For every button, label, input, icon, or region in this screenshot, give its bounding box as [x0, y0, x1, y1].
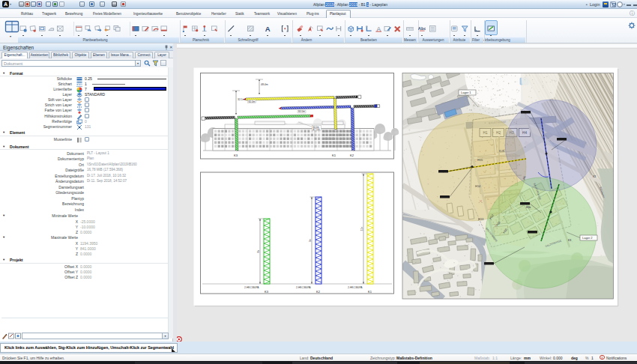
svg-text:A: A: [265, 25, 270, 33]
svg-text:K3: K3: [234, 154, 238, 157]
svg-text:H15: H15: [477, 158, 483, 162]
svg-text:H13: H13: [478, 217, 484, 221]
svg-text:60.0m: 60.0m: [249, 100, 256, 103]
svg-text:K2: K2: [593, 175, 596, 178]
svg-text:KLIN: KLIN: [499, 150, 505, 153]
svg-text:H14: H14: [475, 184, 481, 188]
svg-text:K2: K2: [350, 154, 354, 157]
svg-text:2-HKC360PA: 2-HKC360PA: [296, 286, 311, 289]
svg-text:ATTIKA: ATTIKA: [313, 128, 320, 131]
svg-text:K3: K3: [265, 290, 269, 294]
svg-text:8x: 8x: [257, 249, 260, 252]
svg-text:Lager 2: Lager 2: [582, 236, 593, 240]
svg-text:32.1m: 32.1m: [238, 98, 245, 101]
svg-text:K3: K3: [568, 239, 571, 242]
svg-text:H1b: H1b: [526, 206, 531, 209]
svg-text:Lager 1: Lager 1: [461, 91, 471, 94]
svg-text:K2: K2: [316, 290, 321, 294]
svg-text:48.4m: 48.4m: [261, 83, 268, 86]
svg-text:9x: 9x: [309, 239, 312, 242]
svg-text:K1: K1: [332, 154, 336, 157]
svg-text:2-HKC360PA: 2-HKC360PA: [348, 286, 363, 289]
svg-text:11x: 11x: [360, 227, 363, 231]
svg-text:Abc: Abc: [418, 25, 426, 30]
svg-text:2-HKC360PA: 2-HKC360PA: [244, 286, 259, 289]
svg-text:60.0m: 60.0m: [298, 110, 305, 113]
svg-text:K1: K1: [368, 290, 372, 294]
